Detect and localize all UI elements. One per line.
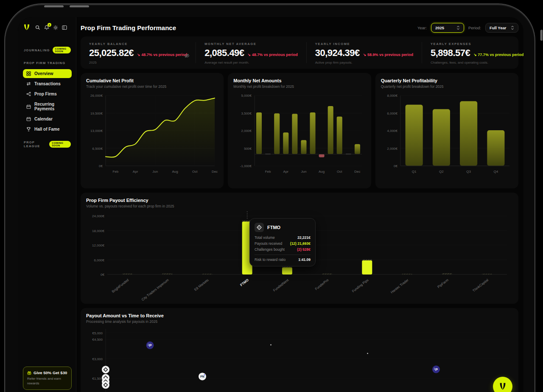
cumulative-net-profit-chart[interactable]: 0€6,500€13,000€19,500€26,000€FebAprJunAu… bbox=[86, 91, 218, 181]
sidebar-item-calendar[interactable]: Calendar bbox=[23, 115, 72, 123]
svg-text:Jun: Jun bbox=[152, 170, 158, 174]
sidebar-item-label: Calendar bbox=[34, 117, 53, 121]
chart-title: Payout Amount vs Time to Receive bbox=[86, 313, 513, 318]
coming-soon-badge: COMING SOON bbox=[49, 141, 71, 148]
svg-text:18,000€: 18,000€ bbox=[92, 229, 104, 233]
kpi-delta: ↘ 77.7% vs previous period bbox=[473, 53, 523, 57]
chart-subtitle: Processing time analysis for payouts in … bbox=[86, 319, 513, 324]
sidebar-item-label: Overview bbox=[34, 71, 53, 76]
kpi-note: 2025 bbox=[89, 61, 187, 64]
svg-text:Apr: Apr bbox=[133, 170, 138, 174]
monthly-net-amounts-card: Monthly Net Amounts Monthly net profit b… bbox=[228, 73, 371, 188]
svg-text:FN: FN bbox=[200, 375, 204, 378]
svg-text:6,000€: 6,000€ bbox=[387, 112, 397, 115]
kpi-yearly-income: YEARLY INCOME 30,924.39€ ↘ 58.9% vs prev… bbox=[306, 42, 422, 63]
section-label: JOURNALING bbox=[24, 48, 50, 52]
chart-title: Cumulative Net Profit bbox=[86, 78, 218, 83]
section-journaling: JOURNALING COMING SOON bbox=[24, 47, 71, 53]
svg-text:€3,000: €3,000 bbox=[92, 357, 103, 361]
charts-row: Cumulative Net Profit Track your cumulat… bbox=[81, 73, 518, 188]
coming-soon-badge: COMING SOON bbox=[53, 47, 71, 53]
svg-text:ThinkCapital: ThinkCapital bbox=[472, 278, 490, 293]
svg-text:BrightFunded: BrightFunded bbox=[111, 278, 129, 294]
settings-gear-icon[interactable] bbox=[53, 25, 58, 30]
sidebar: 6 JOURNALING COMING SOON PROP FIRM TRADI… bbox=[18, 17, 76, 392]
svg-text:12,000€: 12,000€ bbox=[92, 244, 104, 247]
svg-text:0€: 0€ bbox=[99, 164, 103, 168]
svg-text:Q2: Q2 bbox=[439, 170, 444, 174]
select-chevrons-icon bbox=[511, 25, 514, 30]
svg-text:Dec: Dec bbox=[212, 170, 218, 174]
trophy-icon bbox=[26, 127, 31, 132]
period-label: Period: bbox=[468, 25, 481, 30]
kpi-label: YEARLY INCOME bbox=[315, 42, 413, 46]
chart-title: Quarterly Net Profitability bbox=[381, 78, 513, 83]
kpi-yearly-balance: YEARLY BALANCE 25,025.82€ ↘ 48.7% vs pre… bbox=[81, 42, 196, 63]
sidebar-item-transactions[interactable]: Transactions bbox=[23, 79, 72, 88]
svg-text:26,000€: 26,000€ bbox=[90, 94, 103, 98]
quarterly-net-profitability-card: Quarterly Net Profitability Quarterly ne… bbox=[375, 73, 518, 188]
svg-text:E8 Markets: E8 Markets bbox=[193, 278, 209, 291]
power-button bbox=[540, 30, 543, 41]
svg-text:Jun: Jun bbox=[301, 170, 307, 174]
notification-badge: 6 bbox=[48, 23, 51, 27]
payout-efficiency-card: Prop Firm Payout Efficiency Volume vs. p… bbox=[81, 193, 518, 304]
kpi-value: 2,085.49€ bbox=[204, 48, 244, 59]
page-title: Prop Firm Trading Performance bbox=[81, 24, 176, 31]
svg-text:City Traders Imperium: City Traders Imperium bbox=[141, 278, 170, 302]
monthly-net-amounts-chart[interactable]: -1,000€500€2,000€3,500€5,000€FebAprJunAu… bbox=[233, 91, 365, 181]
section-prop-league: PROP LEAGUE COMING SOON bbox=[24, 140, 71, 148]
svg-text:500€: 500€ bbox=[244, 147, 252, 151]
eye-off-icon[interactable] bbox=[184, 53, 190, 59]
volume-button bbox=[70, 6, 89, 8]
svg-text:0€: 0€ bbox=[394, 164, 397, 168]
svg-text:Funding Pips: Funding Pips bbox=[351, 278, 369, 293]
chart-title: Prop Firm Payout Efficiency bbox=[86, 198, 513, 203]
svg-text:Q4: Q4 bbox=[493, 170, 498, 174]
sidebar-item-overview[interactable]: Overview bbox=[23, 69, 72, 78]
search-icon[interactable] bbox=[35, 25, 40, 30]
ftmo-logo bbox=[255, 223, 264, 232]
svg-text:Hantec Trader: Hantec Trader bbox=[390, 278, 409, 294]
kpi-value: 25,025.82€ bbox=[89, 48, 134, 59]
bell-icon[interactable]: 6 bbox=[44, 25, 49, 30]
tooltip-value: (2) 528€ bbox=[297, 247, 311, 252]
referral-title: Give 50% Get $30 bbox=[34, 370, 67, 375]
svg-text:Oct: Oct bbox=[192, 170, 198, 174]
svg-text:24,000€: 24,000€ bbox=[92, 214, 104, 218]
network-icon bbox=[26, 92, 31, 96]
calendar-icon bbox=[26, 117, 31, 121]
svg-text:P: P bbox=[435, 367, 438, 372]
svg-text:6,500€: 6,500€ bbox=[92, 147, 103, 151]
referral-subtitle: Refer friends and earn rewards bbox=[27, 377, 67, 386]
svg-text:PipFarm: PipFarm bbox=[437, 278, 450, 289]
svg-text:P: P bbox=[149, 343, 151, 347]
page-header: Prop Firm Trading Performance Year: 2025… bbox=[81, 22, 518, 33]
period-select[interactable]: Full Year bbox=[485, 23, 518, 33]
sidebar-item-recurring-payments[interactable]: Recurring Payments bbox=[23, 100, 72, 113]
sidebar-item-prop-firms[interactable]: Prop Firms bbox=[23, 90, 72, 98]
section-label: PROP LEAGUE bbox=[24, 140, 47, 148]
payout-time-scatter-chart[interactable]: €5,000€4,500€3,000€1,500PFNP bbox=[86, 326, 513, 392]
svg-text:2,000€: 2,000€ bbox=[387, 147, 397, 151]
svg-text:Q1: Q1 bbox=[411, 170, 416, 174]
kpi-delta: ↘ 48.7% vs previous period bbox=[137, 53, 187, 57]
app-logo-icon bbox=[23, 24, 31, 31]
quarterly-net-profitability-chart[interactable]: 0€2,000€4,000€6,000€8,000€Q1Q2Q3Q4 bbox=[381, 91, 513, 181]
tooltip-label: Payouts received bbox=[255, 241, 282, 246]
year-value: 2025 bbox=[435, 25, 444, 30]
trend-down-icon: ↘ bbox=[137, 53, 140, 57]
panel-toggle-icon[interactable] bbox=[62, 25, 67, 30]
kpi-delta: ↘ 48.7% vs previous period bbox=[248, 53, 298, 57]
tooltip-label: Challenges bought bbox=[255, 247, 285, 252]
svg-text:€1,500: €1,500 bbox=[92, 377, 103, 381]
tooltip-label: Risk to reward ratio bbox=[255, 258, 285, 262]
transfer-arrows-icon bbox=[26, 81, 31, 86]
sidebar-item-hall-of-fame[interactable]: Hall of Fame bbox=[23, 125, 72, 134]
sidebar-topbar: 6 bbox=[23, 24, 72, 31]
svg-text:Q3: Q3 bbox=[466, 170, 471, 174]
year-select[interactable]: 2025 bbox=[431, 23, 464, 33]
referral-card[interactable]: Give 50% Get $30 Refer friends and earn … bbox=[23, 367, 72, 390]
svg-text:Oct: Oct bbox=[337, 170, 342, 174]
app-logo-icon bbox=[498, 382, 507, 391]
